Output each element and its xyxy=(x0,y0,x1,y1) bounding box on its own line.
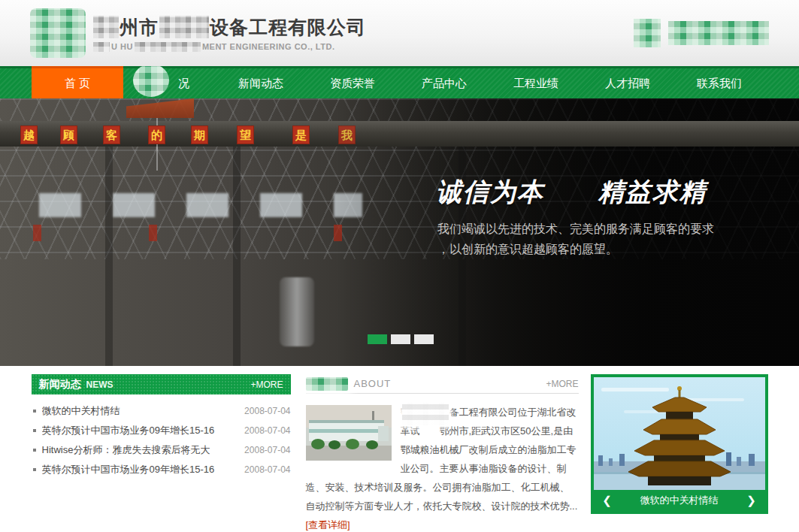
nav-item-honors[interactable]: 资质荣誉 xyxy=(307,68,398,98)
hero-slogan-title: 诚信为本 精益求精 xyxy=(436,175,707,210)
carousel-image-pagoda[interactable] xyxy=(594,377,765,490)
carousel-next-icon[interactable]: ❯ xyxy=(738,490,765,511)
nav-item-products[interactable]: 产品中心 xyxy=(398,68,490,98)
photo-carousel: ❮ 微软的中关村情结 ❯ xyxy=(591,374,768,514)
bullet-icon xyxy=(33,429,36,432)
company-name-en-part2: MENT ENGINEERING CO., LTD. xyxy=(202,42,335,51)
banner-placard: 望 xyxy=(237,125,254,144)
carousel-dot-2[interactable] xyxy=(391,334,410,344)
news-list-item: 微软的中关村情结 2008-07-04 xyxy=(32,401,291,421)
hero-banner: 越 顾 客 的 期 望 是 我 诚信为本 精益求精 我们竭诚以先进的技术、完美的… xyxy=(0,98,799,366)
main-content: 新闻动态 NEWS +MORE 微软的中关村情结 2008-07-04 英特尔预… xyxy=(32,374,768,532)
about-section: ABOUT +MORE xyxy=(306,374,579,532)
news-item-date: 2008-07-04 xyxy=(244,464,290,475)
censored-block xyxy=(135,42,201,52)
news-list-item: Hitwise分析师：雅虎失去搜索后将无大 2008-07-04 xyxy=(32,440,291,460)
about-title-censored xyxy=(306,377,348,391)
nav-item-projects[interactable]: 工程业绩 xyxy=(490,68,582,98)
censored-block xyxy=(93,16,119,38)
bullet-icon xyxy=(33,449,36,452)
about-header: ABOUT +MORE xyxy=(306,374,579,394)
news-title-cn: 新闻动态 xyxy=(39,378,81,391)
bullet-icon xyxy=(33,410,36,413)
news-section: 新闻动态 NEWS +MORE 微软的中关村情结 2008-07-04 英特尔预… xyxy=(32,374,291,479)
main-nav: 首 页 况 新闻动态 资质荣誉 产品中心 工程业绩 人才招聘 联系我们 xyxy=(0,66,799,98)
company-title-block: 州市设备工程有限公司 U HUMENT ENGINEERING CO., LTD… xyxy=(93,15,366,52)
news-item-date: 2008-07-04 xyxy=(244,425,290,436)
news-more-link[interactable]: +MORE xyxy=(250,379,283,390)
carousel-dot-3[interactable] xyxy=(414,334,434,344)
contact-info-censored xyxy=(668,21,769,45)
nav-censored-blob xyxy=(133,64,169,97)
nav-item-news[interactable]: 新闻动态 xyxy=(215,68,307,98)
news-item-link[interactable]: Hitwise分析师：雅虎失去搜索后将无大 xyxy=(42,443,239,457)
machinery-coil xyxy=(280,277,314,346)
carousel-prev-icon[interactable]: ❮ xyxy=(594,490,621,511)
company-logo-censored[interactable] xyxy=(30,8,86,58)
news-header: 新闻动态 NEWS +MORE xyxy=(32,374,291,394)
nav-item-contact[interactable]: 联系我们 xyxy=(673,68,765,98)
about-text-censored xyxy=(402,403,449,425)
small-red-sign xyxy=(33,225,41,241)
carousel-caption-bar: ❮ 微软的中关村情结 ❯ xyxy=(594,490,765,511)
company-name-cn-part1: 州市 xyxy=(120,15,159,40)
censored-block xyxy=(159,16,209,38)
news-item-date: 2008-07-04 xyxy=(244,406,290,416)
company-name-cn-part2: 设备工程有限公司 xyxy=(210,15,366,40)
banner-placard: 顾 xyxy=(60,125,77,144)
about-more-link[interactable]: +MORE xyxy=(546,379,578,389)
small-red-sign xyxy=(149,225,157,241)
news-list-item: 英特尔预计中国市场业务09年增长15-16 2008-07-04 xyxy=(32,421,291,440)
banner-placard: 我 xyxy=(338,125,356,144)
factory-windows xyxy=(39,193,362,217)
banner-placard: 是 xyxy=(292,125,310,144)
bullet-icon xyxy=(33,468,36,471)
news-list: 微软的中关村情结 2008-07-04 英特尔预计中国市场业务09年增长15-1… xyxy=(32,401,291,479)
news-item-link[interactable]: 英特尔预计中国市场业务09年增长15-16 xyxy=(42,424,239,437)
carousel-indicators xyxy=(368,334,434,344)
page: 州市设备工程有限公司 U HUMENT ENGINEERING CO., LTD… xyxy=(0,0,799,532)
banner-placard: 期 xyxy=(191,125,208,144)
nav-item-recruitment[interactable]: 人才招聘 xyxy=(582,68,673,98)
banner-placard: 越 xyxy=(20,125,38,144)
banner-placard: 客 xyxy=(103,125,120,144)
news-item-link[interactable]: 微软的中关村情结 xyxy=(42,404,239,418)
factory-photo xyxy=(306,405,392,461)
censored-block xyxy=(93,42,110,52)
company-name-cn: 州市设备工程有限公司 xyxy=(93,15,366,40)
about-detail-link[interactable]: [查看详细] xyxy=(306,519,350,530)
news-item-link[interactable]: 英特尔预计中国市场业务09年增长15-16 xyxy=(42,463,239,476)
company-name-en: U HUMENT ENGINEERING CO., LTD. xyxy=(93,42,366,52)
contact-icon-censored xyxy=(634,19,661,47)
about-title-en: ABOUT xyxy=(354,378,392,389)
small-red-sign xyxy=(334,225,342,241)
news-item-date: 2008-07-04 xyxy=(244,445,290,455)
nav-item-home[interactable]: 首 页 xyxy=(32,66,123,98)
company-name-en-part1: U HU xyxy=(111,42,133,51)
banner-placard: 的 xyxy=(148,125,165,144)
about-body: 鄂州 备工程有限公司位于湖北省改革试 鄂州市,距武汉市区50公里,是由鄂城粮油机… xyxy=(306,403,579,532)
news-list-item: 英特尔预计中国市场业务09年增长15-16 2008-07-04 xyxy=(32,460,291,479)
site-header: 州市设备工程有限公司 U HUMENT ENGINEERING CO., LTD… xyxy=(0,0,799,66)
carousel-dot-1[interactable] xyxy=(368,334,387,344)
news-title-en: NEWS xyxy=(86,379,113,390)
hero-slogan-subtitle: 我们竭诚以先进的技术、完美的服务满足顾客的要求 ，以创新的意识超越顾客的愿望。 xyxy=(437,219,772,259)
crane-silhouette xyxy=(126,98,194,118)
factory-column xyxy=(233,147,241,366)
header-contact xyxy=(634,19,769,47)
factory-column xyxy=(105,147,113,366)
carousel-caption[interactable]: 微软的中关村情结 xyxy=(621,494,738,507)
